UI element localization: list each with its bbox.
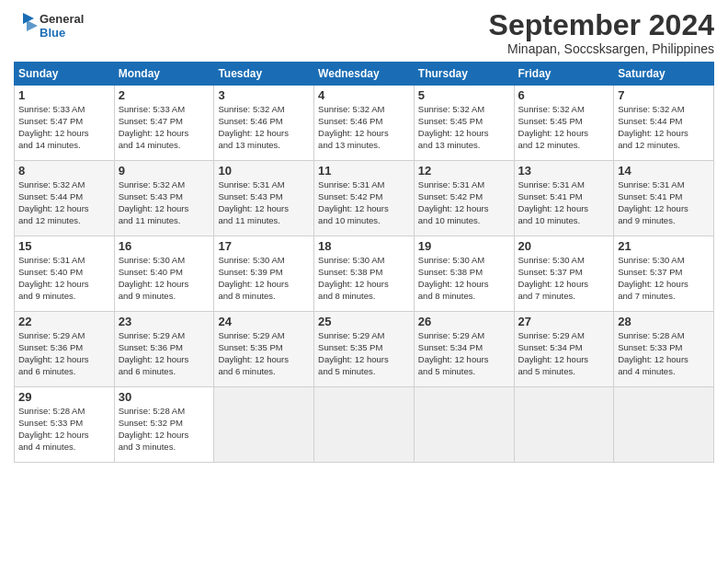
header: General Blue September 2024 Minapan, Soc… [14,9,714,56]
table-row [614,387,714,463]
day-number: 21 [618,239,710,253]
day-number: 4 [318,88,410,102]
day-number: 20 [518,239,610,253]
day-number: 16 [119,239,210,253]
col-tuesday: Tuesday [214,63,314,86]
col-monday: Monday [114,63,214,86]
day-number: 14 [618,164,710,178]
col-saturday: Saturday [614,63,714,86]
table-row: 29Sunrise: 5:28 AM Sunset: 5:33 PM Dayli… [15,387,115,463]
day-number: 12 [418,164,510,178]
table-row: 20Sunrise: 5:30 AM Sunset: 5:37 PM Dayli… [514,236,614,312]
day-info: Sunrise: 5:31 AM Sunset: 5:42 PM Dayligh… [418,179,510,226]
table-row: 17Sunrise: 5:30 AM Sunset: 5:39 PM Dayli… [214,236,314,312]
day-info: Sunrise: 5:33 AM Sunset: 5:47 PM Dayligh… [119,104,210,151]
table-row: 21Sunrise: 5:30 AM Sunset: 5:37 PM Dayli… [614,236,714,312]
day-info: Sunrise: 5:28 AM Sunset: 5:33 PM Dayligh… [18,406,110,453]
day-number: 10 [218,164,310,178]
table-row: 9Sunrise: 5:32 AM Sunset: 5:43 PM Daylig… [114,161,214,236]
table-row: 28Sunrise: 5:28 AM Sunset: 5:33 PM Dayli… [614,312,714,387]
logo-svg: General Blue [14,9,97,42]
day-number: 17 [218,239,310,253]
table-row: 2Sunrise: 5:33 AM Sunset: 5:47 PM Daylig… [114,86,214,161]
table-row: 8Sunrise: 5:32 AM Sunset: 5:44 PM Daylig… [15,161,115,236]
day-info: Sunrise: 5:28 AM Sunset: 5:33 PM Dayligh… [618,330,710,377]
table-row: 4Sunrise: 5:32 AM Sunset: 5:46 PM Daylig… [314,86,415,161]
day-number: 5 [418,88,510,102]
svg-marker-3 [27,20,38,31]
table-row: 13Sunrise: 5:31 AM Sunset: 5:41 PM Dayli… [514,161,614,236]
calendar-week-row: 15Sunrise: 5:31 AM Sunset: 5:40 PM Dayli… [15,236,714,312]
day-info: Sunrise: 5:29 AM Sunset: 5:34 PM Dayligh… [518,330,610,377]
day-number: 2 [119,88,210,102]
day-number: 3 [218,88,310,102]
calendar-week-row: 22Sunrise: 5:29 AM Sunset: 5:36 PM Dayli… [15,312,714,387]
col-friday: Friday [514,63,614,86]
calendar-table: Sunday Monday Tuesday Wednesday Thursday… [14,62,714,463]
main-container: General Blue September 2024 Minapan, Soc… [0,0,728,472]
table-row: 10Sunrise: 5:31 AM Sunset: 5:43 PM Dayli… [214,161,314,236]
day-number: 8 [18,164,110,178]
day-info: Sunrise: 5:30 AM Sunset: 5:37 PM Dayligh… [618,255,710,302]
col-wednesday: Wednesday [314,63,415,86]
calendar-week-row: 1Sunrise: 5:33 AM Sunset: 5:47 PM Daylig… [15,86,714,161]
day-info: Sunrise: 5:32 AM Sunset: 5:45 PM Dayligh… [518,104,610,151]
day-info: Sunrise: 5:31 AM Sunset: 5:41 PM Dayligh… [618,179,710,226]
day-info: Sunrise: 5:31 AM Sunset: 5:43 PM Dayligh… [218,179,310,226]
day-number: 13 [518,164,610,178]
title-area: September 2024 Minapan, Soccsksargen, Ph… [489,9,714,56]
day-number: 27 [518,315,610,328]
day-number: 29 [18,390,110,404]
table-row: 3Sunrise: 5:32 AM Sunset: 5:46 PM Daylig… [214,86,314,161]
day-info: Sunrise: 5:31 AM Sunset: 5:42 PM Dayligh… [318,179,410,226]
day-info: Sunrise: 5:30 AM Sunset: 5:37 PM Dayligh… [518,255,610,302]
day-info: Sunrise: 5:32 AM Sunset: 5:45 PM Dayligh… [418,104,510,151]
day-info: Sunrise: 5:29 AM Sunset: 5:35 PM Dayligh… [218,330,310,377]
table-row: 26Sunrise: 5:29 AM Sunset: 5:34 PM Dayli… [414,312,514,387]
table-row: 23Sunrise: 5:29 AM Sunset: 5:36 PM Dayli… [114,312,214,387]
day-info: Sunrise: 5:32 AM Sunset: 5:44 PM Dayligh… [18,179,110,226]
day-info: Sunrise: 5:29 AM Sunset: 5:34 PM Dayligh… [418,330,510,377]
calendar-week-row: 29Sunrise: 5:28 AM Sunset: 5:33 PM Dayli… [15,387,714,463]
day-number: 24 [218,315,310,328]
table-row: 24Sunrise: 5:29 AM Sunset: 5:35 PM Dayli… [214,312,314,387]
table-row [514,387,614,463]
day-number: 6 [518,88,610,102]
day-number: 18 [318,239,410,253]
table-row: 1Sunrise: 5:33 AM Sunset: 5:47 PM Daylig… [15,86,115,161]
day-info: Sunrise: 5:31 AM Sunset: 5:41 PM Dayligh… [518,179,610,226]
table-row: 25Sunrise: 5:29 AM Sunset: 5:35 PM Dayli… [314,312,415,387]
table-row: 12Sunrise: 5:31 AM Sunset: 5:42 PM Dayli… [414,161,514,236]
day-number: 1 [18,88,110,102]
table-row [214,387,314,463]
location-subtitle: Minapan, Soccsksargen, Philippines [489,41,714,56]
day-info: Sunrise: 5:29 AM Sunset: 5:35 PM Dayligh… [318,330,410,377]
svg-text:General: General [40,12,84,26]
table-row: 6Sunrise: 5:32 AM Sunset: 5:45 PM Daylig… [514,86,614,161]
table-row: 5Sunrise: 5:32 AM Sunset: 5:45 PM Daylig… [414,86,514,161]
day-number: 26 [418,315,510,328]
day-number: 9 [119,164,210,178]
table-row: 16Sunrise: 5:30 AM Sunset: 5:40 PM Dayli… [114,236,214,312]
day-number: 22 [18,315,110,328]
day-info: Sunrise: 5:33 AM Sunset: 5:47 PM Dayligh… [18,104,110,151]
col-sunday: Sunday [15,63,115,86]
day-info: Sunrise: 5:32 AM Sunset: 5:46 PM Dayligh… [318,104,410,151]
col-thursday: Thursday [414,63,514,86]
day-info: Sunrise: 5:32 AM Sunset: 5:43 PM Dayligh… [119,179,210,226]
table-row: 15Sunrise: 5:31 AM Sunset: 5:40 PM Dayli… [15,236,115,312]
svg-text:Blue: Blue [40,26,65,40]
day-number: 7 [618,88,710,102]
table-row: 22Sunrise: 5:29 AM Sunset: 5:36 PM Dayli… [15,312,115,387]
day-info: Sunrise: 5:29 AM Sunset: 5:36 PM Dayligh… [18,330,110,377]
day-info: Sunrise: 5:29 AM Sunset: 5:36 PM Dayligh… [119,330,210,377]
logo: General Blue [14,9,97,42]
table-row: 14Sunrise: 5:31 AM Sunset: 5:41 PM Dayli… [614,161,714,236]
day-info: Sunrise: 5:30 AM Sunset: 5:40 PM Dayligh… [119,255,210,302]
header-row: Sunday Monday Tuesday Wednesday Thursday… [15,63,714,86]
day-info: Sunrise: 5:31 AM Sunset: 5:40 PM Dayligh… [18,255,110,302]
table-row: 18Sunrise: 5:30 AM Sunset: 5:38 PM Dayli… [314,236,415,312]
day-number: 28 [618,315,710,328]
table-row [314,387,415,463]
day-number: 25 [318,315,410,328]
